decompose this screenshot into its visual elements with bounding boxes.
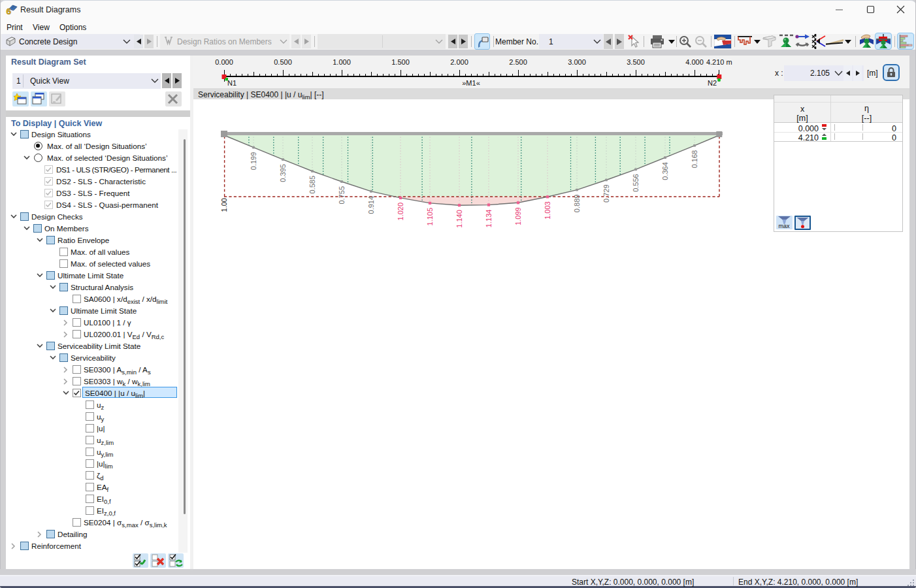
svg-text:0.364: 0.364 [661,162,669,180]
svg-text:0.914: 0.914 [367,196,375,214]
svg-text:0.755: 0.755 [338,186,346,204]
svg-text:0.889: 0.889 [573,195,581,213]
svg-text:0.168: 0.168 [691,150,698,169]
svg-text:1.140: 1.140 [455,210,463,228]
svg-text:3.500: 3.500 [627,58,645,66]
svg-text:1.500: 1.500 [391,58,410,66]
svg-text:N1: N1 [227,79,237,87]
svg-text:0.556: 0.556 [632,174,640,192]
svg-text:1.00: 1.00 [220,198,228,212]
svg-text:0.500: 0.500 [274,58,292,66]
svg-text:3.000: 3.000 [568,58,586,66]
svg-text:1.134: 1.134 [485,210,493,228]
svg-text:0.395: 0.395 [279,164,287,182]
svg-text:0.729: 0.729 [602,185,610,203]
svg-text:0.000: 0.000 [215,58,233,66]
svg-text:6: 6 [7,7,12,15]
svg-text:N2: N2 [708,79,717,87]
svg-text:1.020: 1.020 [397,203,404,221]
svg-text:1.099: 1.099 [514,207,522,225]
svg-text:2.000: 2.000 [450,58,468,66]
svg-text:1.003: 1.003 [544,201,551,220]
svg-text:0.585: 0.585 [308,176,316,194]
svg-text:1.000: 1.000 [333,58,351,66]
svg-text:2.500: 2.500 [509,58,527,66]
svg-text:»M1«: »M1« [462,79,480,87]
svg-text:1.105: 1.105 [426,208,434,226]
svg-text:4.000: 4.000 [685,58,704,66]
svg-text:4.210 m: 4.210 m [706,58,732,66]
svg-text:max: max [778,223,790,229]
svg-text:0.199: 0.199 [250,152,257,171]
